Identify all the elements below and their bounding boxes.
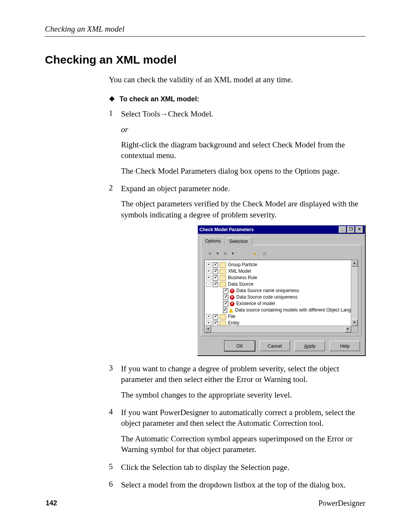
scroll-down-icon[interactable]: ▾ [351, 320, 358, 326]
checkbox[interactable] [223, 301, 228, 307]
help-button[interactable]: Help [330, 341, 360, 351]
tree-node[interactable]: + Business Rule [206, 275, 357, 281]
dialog-toolbar: ⦻ ▾ ⦻ ▾ ⊘ ▲ ▦ [204, 248, 358, 260]
tab-selection[interactable]: Selection [225, 237, 252, 245]
collapse-icon[interactable]: - [206, 282, 211, 287]
checkbox[interactable] [213, 314, 218, 320]
toolbar-separator [237, 250, 238, 257]
step-text: Click the Selection tab to display the S… [121, 462, 365, 473]
step-text: The object parameters verified by the Ch… [121, 198, 365, 220]
step-number: 4 [109, 407, 121, 459]
step-4: 4 If you want PowerDesigner to automatic… [109, 407, 365, 459]
dialog-screenshot: Check Model Parameters _ ❐ ✕ Options Sel… [197, 225, 365, 356]
dialog-tabs: Options Selection [201, 236, 362, 245]
scroll-up-icon[interactable]: ▴ [351, 260, 358, 267]
step-list: 1 Select Tools→Check Model. or Right-cli… [109, 109, 365, 495]
scroll-left-icon[interactable]: ◂ [205, 326, 211, 332]
step-1: 1 Select Tools→Check Model. or Right-cli… [109, 109, 365, 181]
checkbox[interactable] [223, 295, 228, 300]
checkbox[interactable] [213, 282, 218, 287]
horizontal-scrollbar[interactable]: ◂ ▸ [205, 326, 351, 332]
dialog-titlebar[interactable]: Check Model Parameters _ ❐ ✕ [198, 225, 365, 234]
checkbox[interactable] [213, 275, 218, 281]
step-2: 2 Expand an object parameter node. The o… [109, 183, 365, 361]
expand-icon[interactable]: + [206, 269, 211, 274]
folder-icon [220, 282, 226, 287]
dialog-button-row: OK Cancel Apply Help [201, 341, 362, 351]
tab-options[interactable]: Options [201, 236, 225, 246]
step-text: Expand an object parameter node. [121, 183, 365, 194]
tree-label: XML Model [228, 268, 251, 275]
warning-severity-tool[interactable]: ⦻ [221, 249, 229, 257]
minimize-button[interactable]: _ [339, 226, 346, 233]
folder-icon [220, 262, 226, 268]
severity-dropdown-icon[interactable]: ▾ [216, 249, 220, 257]
expand-icon[interactable]: + [206, 275, 211, 280]
tree-label: Data Source [228, 281, 253, 288]
tree-node[interactable]: Data Source name uniqueness [206, 288, 357, 294]
step-text: Select a model from the dropdown listbox… [121, 479, 365, 490]
step-number: 2 [109, 183, 121, 361]
expand-icon[interactable]: + [206, 314, 211, 319]
tree-node[interactable]: - Data Source [206, 281, 357, 288]
step-number: 6 [109, 479, 121, 495]
scroll-right-icon[interactable]: ▸ [345, 326, 351, 332]
checkbox[interactable] [223, 308, 227, 313]
scroll-corner [351, 326, 358, 332]
tree-label: Data Source code uniqueness [236, 294, 298, 300]
dialog-title: Check Model Parameters [199, 227, 338, 232]
step-3: 3 If you want to change a degree of prob… [109, 363, 365, 405]
auto-correct-tool[interactable]: ▲ [250, 249, 259, 257]
tree-label: Data Source name uniqueness [236, 288, 299, 294]
step-number: 1 [109, 109, 121, 181]
intro-paragraph: You can check the validity of an XML mod… [109, 74, 365, 85]
apply-button[interactable]: Apply [295, 341, 325, 351]
section-title: Checking an XML model [45, 53, 365, 66]
task-heading-text: To check an XML model: [119, 95, 199, 103]
checkbox[interactable] [213, 321, 218, 326]
step-5: 5 Click the Selection tab to display the… [109, 462, 365, 477]
task-bullet-icon: ❖ [109, 95, 115, 103]
step-or: or [121, 124, 365, 135]
step-text: If you want PowerDesigner to automatical… [121, 407, 365, 429]
tree-node[interactable]: + Group Particle [206, 262, 357, 268]
step-text: Select Tools→Check Model. [121, 109, 365, 119]
folder-icon [220, 314, 226, 320]
tree-node[interactable]: Data Source code uniqueness [206, 294, 357, 300]
cancel-button[interactable]: Cancel [260, 341, 290, 351]
tree-node[interactable]: Data source containing models with diffe… [206, 307, 357, 313]
tree-node[interactable]: + XML Model [206, 268, 357, 275]
product-name: PowerDesigner [319, 499, 365, 508]
checkbox[interactable] [223, 288, 228, 294]
maximize-button[interactable]: ❐ [347, 226, 355, 233]
expand-icon[interactable]: + [206, 262, 211, 267]
vertical-scrollbar[interactable]: ▴ ▾ [351, 260, 358, 326]
step-6: 6 Select a model from the dropdown listb… [109, 479, 365, 495]
no-check-tool[interactable]: ⊘ [241, 249, 249, 257]
checkbox[interactable] [213, 269, 218, 274]
tree-label: File [228, 313, 235, 320]
close-button[interactable]: ✕ [355, 226, 363, 233]
tree-node[interactable]: Existence of model [206, 300, 357, 307]
page-footer: 142 PowerDesigner [46, 499, 365, 508]
step-text: The symbol changes to the appropriate se… [121, 390, 365, 400]
check-model-dialog: Check Model Parameters _ ❐ ✕ Options Sel… [197, 225, 365, 356]
error-icon [230, 295, 234, 300]
step-text: Right-click the diagram background and s… [121, 139, 365, 161]
tree-label: Business Rule [228, 275, 257, 281]
page-number: 142 [46, 499, 57, 507]
severity-dropdown-icon[interactable]: ▾ [231, 249, 235, 257]
step-text: The Check Model Parameters dialog box op… [121, 166, 365, 176]
error-severity-tool[interactable]: ⦻ [206, 249, 214, 257]
checkbox[interactable] [213, 262, 218, 268]
warning-icon [229, 308, 233, 313]
parameter-tree[interactable]: + Group Particle + [205, 260, 358, 333]
tree-node[interactable]: + File [206, 313, 357, 320]
ok-button[interactable]: OK [225, 341, 255, 351]
task-heading: ❖To check an XML model: [109, 95, 365, 103]
expand-all-tool[interactable]: ▦ [260, 249, 269, 257]
error-icon [230, 289, 234, 293]
tree-label: Group Particle [228, 262, 257, 268]
running-head: Checking an XML model [45, 24, 365, 37]
expand-icon[interactable]: + [206, 321, 211, 326]
